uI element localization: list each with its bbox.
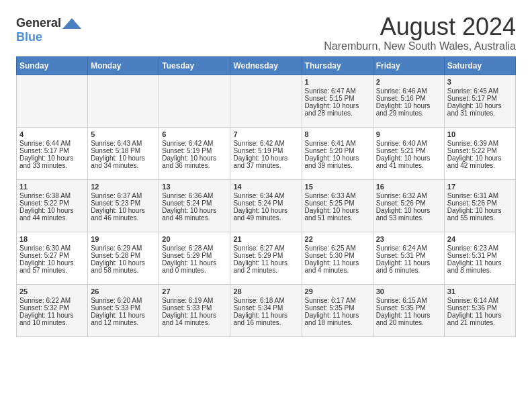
cell-text-line: Sunset: 5:34 PM bbox=[233, 304, 298, 312]
cell-text-line: Sunset: 5:35 PM bbox=[305, 304, 370, 312]
day-number: 11 bbox=[19, 183, 85, 191]
cell-text-line: Sunrise: 6:24 AM bbox=[376, 244, 441, 252]
cell-text-line: Sunset: 5:33 PM bbox=[91, 304, 156, 312]
cell-text-line: Sunset: 5:20 PM bbox=[305, 147, 370, 154]
cell-text-line: Sunrise: 6:34 AM bbox=[233, 192, 298, 199]
cell-text-line: Sunset: 5:31 PM bbox=[447, 252, 513, 259]
cell-text-line: Sunset: 5:26 PM bbox=[376, 199, 441, 207]
cell-text-line: Sunset: 5:18 PM bbox=[91, 147, 156, 154]
cell-text-line: Sunset: 5:17 PM bbox=[19, 147, 85, 154]
cell-text-line: Sunrise: 6:46 AM bbox=[376, 87, 441, 95]
cell-text-line: Daylight: 10 hours and 31 minutes. bbox=[447, 102, 513, 117]
calendar-cell: 8Sunrise: 6:41 AMSunset: 5:20 PMDaylight… bbox=[302, 127, 373, 179]
cell-text-line: Sunrise: 6:42 AM bbox=[162, 140, 227, 147]
cell-text-line: Daylight: 11 hours and 21 minutes. bbox=[447, 312, 513, 326]
cell-text-line: Daylight: 10 hours and 29 minutes. bbox=[376, 102, 441, 117]
calendar-week-row: 4Sunrise: 6:44 AMSunset: 5:17 PMDaylight… bbox=[17, 127, 516, 179]
cell-text-line: Sunset: 5:29 PM bbox=[233, 252, 298, 259]
day-number: 29 bbox=[305, 287, 370, 295]
day-number: 8 bbox=[305, 130, 370, 138]
cell-text-line: Sunrise: 6:31 AM bbox=[447, 192, 513, 199]
cell-text-line: Sunrise: 6:32 AM bbox=[376, 192, 441, 199]
cell-text-line: Sunrise: 6:17 AM bbox=[305, 297, 370, 304]
calendar-week-row: 11Sunrise: 6:38 AMSunset: 5:22 PMDayligh… bbox=[17, 179, 516, 232]
day-number: 20 bbox=[162, 235, 227, 243]
calendar-cell: 7Sunrise: 6:42 AMSunset: 5:19 PMDaylight… bbox=[230, 127, 302, 179]
cell-text-line: Sunrise: 6:28 AM bbox=[162, 244, 227, 252]
calendar-cell: 29Sunrise: 6:17 AMSunset: 5:35 PMDayligh… bbox=[302, 284, 373, 336]
cell-text-line: Daylight: 11 hours and 18 minutes. bbox=[305, 312, 370, 326]
cell-text-line: Daylight: 10 hours and 41 minutes. bbox=[376, 154, 441, 169]
cell-text-line: Sunset: 5:22 PM bbox=[447, 147, 513, 154]
cell-text-line: Daylight: 10 hours and 28 minutes. bbox=[305, 102, 370, 117]
cell-text-line: Daylight: 11 hours and 4 minutes. bbox=[305, 259, 370, 274]
cell-text-line: Daylight: 10 hours and 46 minutes. bbox=[91, 207, 156, 222]
cell-text-line: Daylight: 11 hours and 0 minutes. bbox=[162, 259, 227, 274]
calendar-cell: 16Sunrise: 6:32 AMSunset: 5:26 PMDayligh… bbox=[373, 179, 444, 232]
calendar-cell: 26Sunrise: 6:20 AMSunset: 5:33 PMDayligh… bbox=[88, 284, 159, 336]
cell-text-line: Sunset: 5:28 PM bbox=[91, 252, 156, 259]
day-number: 4 bbox=[19, 130, 85, 138]
cell-text-line: Sunrise: 6:19 AM bbox=[162, 297, 227, 304]
day-header-friday: Friday bbox=[373, 56, 444, 75]
cell-text-line: Sunrise: 6:37 AM bbox=[91, 192, 156, 199]
day-number: 24 bbox=[447, 235, 513, 243]
day-number: 17 bbox=[447, 183, 513, 191]
cell-text-line: Daylight: 10 hours and 51 minutes. bbox=[305, 207, 370, 222]
day-number: 16 bbox=[376, 183, 441, 191]
day-header-tuesday: Tuesday bbox=[159, 56, 230, 75]
day-number: 25 bbox=[19, 287, 85, 295]
day-number: 21 bbox=[233, 235, 298, 243]
calendar-cell: 5Sunrise: 6:43 AMSunset: 5:18 PMDaylight… bbox=[88, 127, 159, 179]
cell-text-line: Sunrise: 6:15 AM bbox=[376, 297, 441, 304]
header: General Blue August 2024 Naremburn, New … bbox=[16, 13, 516, 52]
cell-text-line: Daylight: 11 hours and 12 minutes. bbox=[91, 312, 156, 326]
cell-text-line: Daylight: 10 hours and 39 minutes. bbox=[305, 154, 370, 169]
subtitle: Naremburn, New South Wales, Australia bbox=[324, 40, 516, 52]
cell-text-line: Sunrise: 6:27 AM bbox=[233, 244, 298, 252]
cell-text-line: Sunrise: 6:43 AM bbox=[91, 140, 156, 147]
cell-text-line: Sunrise: 6:45 AM bbox=[447, 87, 513, 95]
cell-text-line: Sunset: 5:16 PM bbox=[376, 95, 441, 102]
day-header-saturday: Saturday bbox=[444, 56, 515, 75]
calendar-cell: 15Sunrise: 6:33 AMSunset: 5:25 PMDayligh… bbox=[302, 179, 373, 232]
cell-text-line: Sunrise: 6:42 AM bbox=[233, 140, 298, 147]
calendar-cell: 3Sunrise: 6:45 AMSunset: 5:17 PMDaylight… bbox=[444, 75, 515, 127]
cell-text-line: Daylight: 10 hours and 48 minutes. bbox=[162, 207, 227, 222]
calendar-week-row: 1Sunrise: 6:47 AMSunset: 5:15 PMDaylight… bbox=[17, 75, 516, 127]
day-number: 23 bbox=[376, 235, 441, 243]
cell-text-line: Sunset: 5:26 PM bbox=[447, 199, 513, 207]
cell-text-line: Daylight: 10 hours and 58 minutes. bbox=[91, 259, 156, 274]
cell-text-line: Daylight: 11 hours and 16 minutes. bbox=[233, 312, 298, 326]
calendar-cell: 25Sunrise: 6:22 AMSunset: 5:32 PMDayligh… bbox=[17, 284, 88, 336]
day-number: 18 bbox=[19, 235, 85, 243]
cell-text-line: Sunset: 5:21 PM bbox=[376, 147, 441, 154]
cell-text-line: Sunset: 5:24 PM bbox=[162, 199, 227, 207]
calendar-cell: 28Sunrise: 6:18 AMSunset: 5:34 PMDayligh… bbox=[230, 284, 302, 336]
calendar-cell: 12Sunrise: 6:37 AMSunset: 5:23 PMDayligh… bbox=[88, 179, 159, 232]
day-number: 3 bbox=[447, 78, 513, 86]
calendar-cell: 23Sunrise: 6:24 AMSunset: 5:31 PMDayligh… bbox=[373, 232, 444, 284]
svg-marker-0 bbox=[62, 18, 81, 29]
calendar-cell: 30Sunrise: 6:15 AMSunset: 5:35 PMDayligh… bbox=[373, 284, 444, 336]
cell-text-line: Sunrise: 6:20 AM bbox=[91, 297, 156, 304]
calendar-cell: 27Sunrise: 6:19 AMSunset: 5:33 PMDayligh… bbox=[159, 284, 230, 336]
day-number: 7 bbox=[233, 130, 298, 138]
cell-text-line: Sunset: 5:24 PM bbox=[233, 199, 298, 207]
cell-text-line: Daylight: 10 hours and 55 minutes. bbox=[447, 207, 513, 222]
logo-blue-text: Blue bbox=[16, 30, 42, 44]
cell-text-line: Sunrise: 6:38 AM bbox=[19, 192, 85, 199]
calendar-table: SundayMondayTuesdayWednesdayThursdayFrid… bbox=[16, 56, 516, 337]
day-number: 1 bbox=[305, 78, 370, 86]
day-number: 13 bbox=[162, 183, 227, 191]
cell-text-line: Daylight: 11 hours and 2 minutes. bbox=[233, 259, 298, 274]
cell-text-line: Sunset: 5:19 PM bbox=[233, 147, 298, 154]
cell-text-line: Sunset: 5:29 PM bbox=[162, 252, 227, 259]
calendar-cell: 19Sunrise: 6:29 AMSunset: 5:28 PMDayligh… bbox=[88, 232, 159, 284]
cell-text-line: Sunset: 5:32 PM bbox=[19, 304, 85, 312]
cell-text-line: Daylight: 11 hours and 10 minutes. bbox=[19, 312, 85, 326]
title-section: August 2024 Naremburn, New South Wales, … bbox=[324, 13, 516, 52]
cell-text-line: Daylight: 10 hours and 53 minutes. bbox=[376, 207, 441, 222]
calendar-cell bbox=[17, 75, 88, 127]
day-number: 6 bbox=[162, 130, 227, 138]
